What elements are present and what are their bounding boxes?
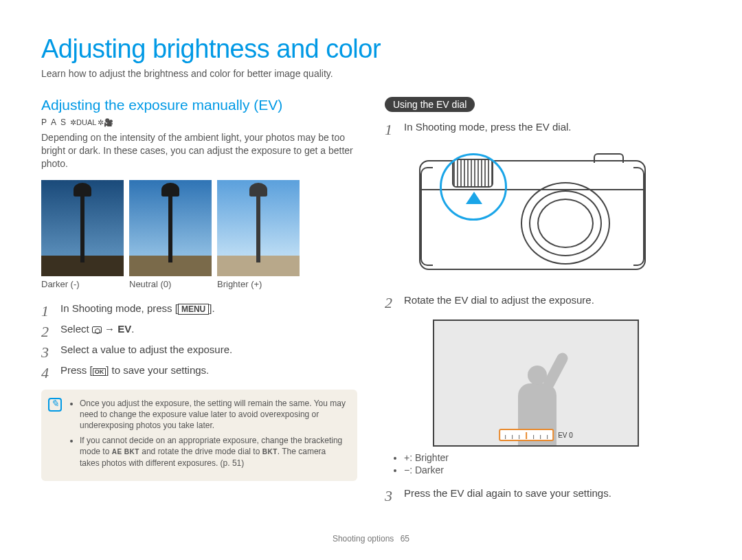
note-bullet-2: If you cannot decide on an appropriate e… xyxy=(80,435,348,469)
section-pill: Using the EV dial xyxy=(385,97,475,112)
menu-key-icon: MENU xyxy=(178,304,209,315)
legend-darker: −: Darker xyxy=(404,464,701,475)
exposure-example-neutral: Neutral (0) xyxy=(129,180,212,289)
camera-lens xyxy=(521,182,610,265)
exposure-example-darker: Darker (-) xyxy=(41,180,124,289)
page: Adjusting brightness and color Learn how… xyxy=(0,0,742,533)
up-arrow-icon xyxy=(466,192,482,204)
step-3: Select a value to adjust the exposure. xyxy=(41,341,357,358)
note-icon: ✎ xyxy=(48,398,62,412)
note-bullet-1: Once you adjust the exposure, the settin… xyxy=(80,398,348,432)
example-image-neutral xyxy=(129,180,212,276)
right-steps-1: In Shooting mode, press the EV dial. xyxy=(385,119,701,135)
camera-illustration xyxy=(385,146,673,277)
page-footer: Shooting options 65 xyxy=(0,534,742,544)
section-subtitle: Adjusting the exposure manually (EV) xyxy=(41,97,357,113)
two-column-layout: Adjusting the exposure manually (EV) P A… xyxy=(41,97,701,513)
left-steps: In Shooting mode, press [MENU]. Select →… xyxy=(41,300,357,379)
step-1: In Shooting mode, press [MENU]. xyxy=(41,300,357,317)
footer-section: Shooting options xyxy=(333,534,394,544)
body-paragraph: Depending on the intensity of the ambien… xyxy=(41,131,357,170)
mode-s: S xyxy=(60,117,69,127)
step-2: Select → EV. xyxy=(41,321,357,337)
footer-page-number: 65 xyxy=(401,534,409,544)
right-step-3: Press the EV dial again to save your set… xyxy=(385,485,701,502)
camera-icon xyxy=(92,326,102,333)
legend-brighter: +: Brighter xyxy=(404,452,701,463)
video-mode-icon: ✲🎥 xyxy=(98,118,113,127)
right-step-1: In Shooting mode, press the EV dial. xyxy=(385,119,701,135)
example-image-brighter xyxy=(217,180,300,276)
caption-neutral: Neutral (0) xyxy=(129,279,212,289)
mode-a: A xyxy=(51,117,59,127)
step-4: Press [OK] to save your settings. xyxy=(41,362,357,379)
ev-readout: EV 0 xyxy=(558,432,573,439)
right-steps-2: Rotate the EV dial to adjust the exposur… xyxy=(385,292,701,309)
page-title: Adjusting brightness and color xyxy=(41,34,701,64)
ev-scale xyxy=(499,429,554,441)
exposure-examples-row: Darker (-) Neutral (0) Brighter (+) xyxy=(41,180,357,289)
ok-key-icon: OK xyxy=(93,368,106,376)
mode-indicator-row: P A S ✲DUAL ✲🎥 xyxy=(41,117,357,127)
caption-brighter: Brighter (+) xyxy=(217,279,300,289)
dial-highlight-circle xyxy=(440,153,507,221)
lcd-preview: EV 0 xyxy=(433,320,639,447)
right-step-2: Rotate the EV dial to adjust the exposur… xyxy=(385,292,701,309)
right-steps-3: Press the EV dial again to save your set… xyxy=(385,485,701,502)
ev-scale-bar: EV 0 xyxy=(499,429,573,441)
exposure-example-brighter: Brighter (+) xyxy=(217,180,300,289)
intro-text: Learn how to adjust the brightness and c… xyxy=(41,68,701,79)
dual-mode-icon: ✲DUAL xyxy=(70,118,96,127)
shutter-button-icon xyxy=(594,153,624,163)
note-callout: ✎ Once you adjust the exposure, the sett… xyxy=(41,390,357,481)
ev-legend: +: Brighter −: Darker xyxy=(385,452,701,475)
example-image-darker xyxy=(41,180,124,276)
caption-darker: Darker (-) xyxy=(41,279,124,289)
right-column: Using the EV dial In Shooting mode, pres… xyxy=(385,97,701,513)
left-column: Adjusting the exposure manually (EV) P A… xyxy=(41,97,357,513)
mode-p: P xyxy=(41,117,49,127)
